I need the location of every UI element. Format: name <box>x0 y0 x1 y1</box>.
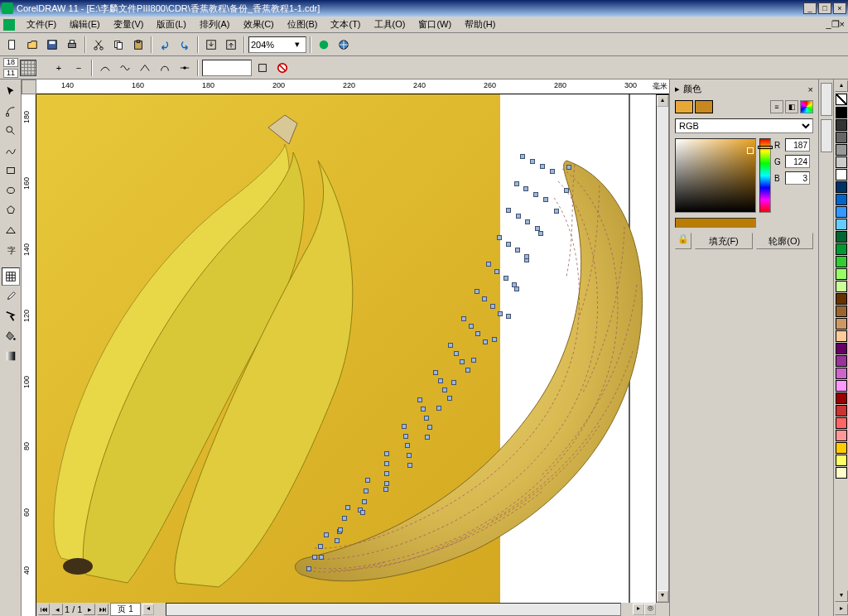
docker-title-bar[interactable]: ▸ 颜色 × <box>672 81 817 97</box>
navigator-button[interactable]: ◎ <box>644 604 656 615</box>
minimize-button[interactable]: _ <box>803 2 817 14</box>
pick-tool[interactable] <box>2 82 20 100</box>
mesh-node[interactable] <box>384 481 389 486</box>
menu-file[interactable]: 文件(F) <box>20 17 63 32</box>
mesh-node[interactable] <box>524 254 529 259</box>
curve-tool5-button[interactable] <box>176 59 194 77</box>
palette-swatch[interactable] <box>836 231 847 243</box>
menu-help[interactable]: 帮助(H) <box>458 17 502 32</box>
palette-swatch[interactable] <box>836 181 847 193</box>
page-tab[interactable]: 页 1 <box>110 603 140 616</box>
r-input[interactable] <box>785 138 810 152</box>
menu-arrange[interactable]: 排列(A) <box>193 17 237 32</box>
menu-variable[interactable]: 变量(V) <box>107 17 151 32</box>
add-node-button[interactable]: + <box>50 59 68 77</box>
mesh-node[interactable] <box>319 555 324 560</box>
mesh-node[interactable] <box>514 181 519 186</box>
mesh-node[interactable] <box>492 337 497 342</box>
mesh-node[interactable] <box>543 197 548 202</box>
mesh-node[interactable] <box>465 368 470 373</box>
zoom-tool[interactable] <box>2 122 20 140</box>
canvas-viewport[interactable] <box>36 94 656 603</box>
mesh-node[interactable] <box>402 424 407 429</box>
mesh-node[interactable] <box>433 370 438 375</box>
freehand-tool[interactable] <box>2 142 20 160</box>
mesh-node[interactable] <box>306 566 311 571</box>
menu-bitmap[interactable]: 位图(B) <box>281 17 325 32</box>
mesh-node[interactable] <box>506 208 511 213</box>
b-input[interactable] <box>785 171 810 185</box>
mesh-node[interactable] <box>498 311 503 316</box>
mesh-node[interactable] <box>362 499 367 504</box>
mesh-node[interactable] <box>490 304 495 309</box>
mesh-node[interactable] <box>447 396 452 401</box>
palette-swatch[interactable] <box>836 430 847 441</box>
mesh-node[interactable] <box>384 461 389 466</box>
palette-swatch[interactable] <box>836 318 847 330</box>
eyedropper-tool[interactable] <box>2 287 20 306</box>
mesh-node[interactable] <box>312 555 317 560</box>
delete-node-button[interactable]: − <box>70 59 88 77</box>
mesh-node[interactable] <box>318 544 323 549</box>
mesh-node[interactable] <box>471 358 476 363</box>
color-model-select[interactable]: RGB <box>675 118 813 133</box>
palette-swatch[interactable] <box>836 380 847 392</box>
vertical-ruler[interactable]: 180 160 140 120 100 80 60 40 <box>22 94 36 616</box>
scroll-right-button[interactable]: ▸ <box>633 604 644 615</box>
mesh-node[interactable] <box>506 314 511 319</box>
print-button[interactable] <box>63 36 81 54</box>
mesh-node[interactable] <box>512 282 517 287</box>
palette-swatch[interactable] <box>836 455 847 466</box>
mesh-node[interactable] <box>469 324 474 329</box>
mdi-close-button[interactable]: × <box>840 19 845 30</box>
primary-swatch[interactable] <box>675 100 693 113</box>
mesh-node[interactable] <box>365 478 370 483</box>
mesh-node[interactable] <box>482 296 487 301</box>
mesh-node[interactable] <box>364 488 369 493</box>
palette-flyout-button[interactable]: ▸ <box>835 604 848 615</box>
sliders-view-button[interactable]: ≡ <box>770 100 783 113</box>
mesh-node[interactable] <box>360 510 365 515</box>
close-button[interactable]: × <box>833 2 846 14</box>
new-button[interactable] <box>3 36 22 54</box>
no-color-swatch[interactable] <box>836 94 847 105</box>
mesh-node[interactable] <box>345 505 350 510</box>
color-field[interactable] <box>675 138 756 213</box>
palette-swatch[interactable] <box>836 467 847 479</box>
palette-swatch[interactable] <box>836 442 847 454</box>
shape-tool[interactable] <box>2 102 20 120</box>
mesh-node[interactable] <box>427 425 432 430</box>
mesh-node[interactable] <box>436 406 441 411</box>
menu-layout[interactable]: 版面(L) <box>150 17 192 32</box>
mesh-node[interactable] <box>566 165 571 170</box>
docker-tab-1[interactable] <box>821 83 832 116</box>
hue-slider[interactable] <box>759 138 771 213</box>
mesh-node[interactable] <box>564 188 569 193</box>
web-button[interactable] <box>335 36 353 54</box>
secondary-swatch[interactable] <box>695 100 713 113</box>
redo-button[interactable] <box>176 36 194 54</box>
interactive-mesh-tool[interactable] <box>2 267 20 286</box>
palette-swatch[interactable] <box>836 330 847 342</box>
mesh-node[interactable] <box>338 527 343 532</box>
mesh-node[interactable] <box>407 463 412 468</box>
scroll-down-button[interactable]: ▾ <box>657 590 668 602</box>
ellipse-tool[interactable] <box>2 181 20 200</box>
menu-text[interactable]: 文本(T) <box>324 17 367 32</box>
docker-tab-2[interactable] <box>821 119 832 152</box>
mesh-node[interactable] <box>454 351 459 356</box>
first-page-button[interactable]: ⏮ <box>38 604 50 615</box>
fill-tool[interactable] <box>2 327 20 345</box>
palette-swatch[interactable] <box>836 368 847 379</box>
mesh-node[interactable] <box>523 186 528 191</box>
mesh-node[interactable] <box>533 192 538 197</box>
palette-swatch[interactable] <box>836 169 847 180</box>
save-button[interactable] <box>43 36 61 54</box>
mesh-node[interactable] <box>486 262 491 267</box>
mesh-node[interactable] <box>516 214 521 219</box>
mesh-node[interactable] <box>461 316 466 321</box>
mesh-cols[interactable]: 11 <box>3 69 18 78</box>
prev-page-button[interactable]: ◂ <box>51 604 63 615</box>
palette-swatch[interactable] <box>836 194 847 205</box>
palette-swatch[interactable] <box>836 343 847 354</box>
